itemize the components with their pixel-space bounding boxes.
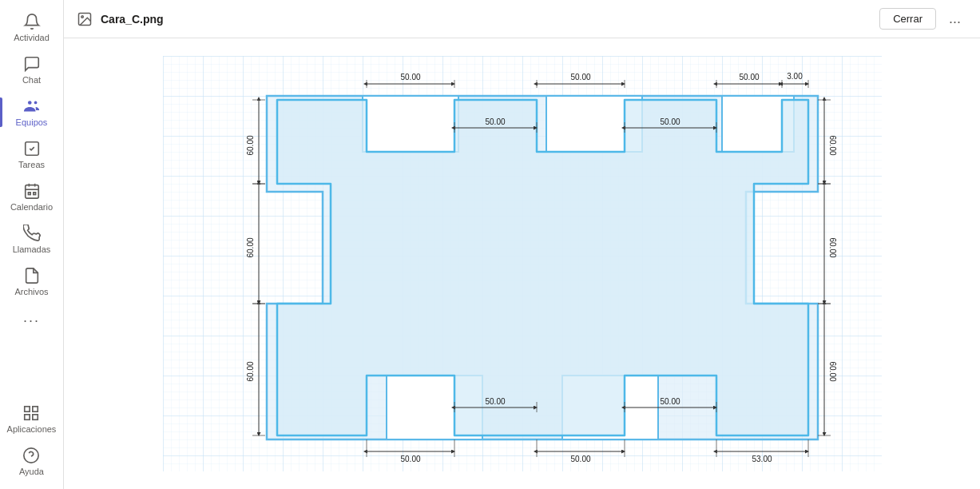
dim-right-60-top: 60.00	[828, 135, 837, 155]
svg-rect-8	[33, 193, 35, 195]
sidebar-item-archivos[interactable]: Archivos	[0, 260, 63, 303]
files-icon	[23, 267, 41, 284]
sidebar-item-llamadas[interactable]: Llamadas	[0, 218, 63, 260]
topbar: Cara_C.png Cerrar ...	[64, 0, 980, 38]
svg-point-13	[24, 448, 38, 463]
drawing-area: .dim-text { font-size: 11px; font-family…	[64, 38, 980, 489]
dim-top-50-1: 50.00	[400, 73, 420, 82]
sidebar-label-ayuda: Ayuda	[19, 467, 44, 476]
file-title: Cara_C.png	[101, 13, 879, 26]
grid-container: .dim-text { font-size: 11px; font-family…	[163, 56, 882, 471]
sidebar-more[interactable]: ...	[0, 303, 63, 332]
dim-left-60-bot: 60.00	[246, 361, 255, 381]
dim-right-60-mid: 60.00	[828, 237, 837, 257]
dim-mid-50-2: 50.00	[660, 117, 680, 126]
main-content: Cara_C.png Cerrar ...	[64, 0, 980, 489]
sidebar-item-calendario[interactable]: Calendario	[0, 176, 63, 218]
sidebar-label-actividad: Actividad	[14, 33, 50, 42]
calls-icon	[23, 225, 41, 242]
sidebar-item-ayuda[interactable]: Ayuda	[4, 440, 60, 483]
apps-icon	[22, 404, 40, 422]
dim-bot-mid-50-2: 50.00	[660, 397, 680, 406]
chat-icon	[23, 55, 41, 73]
image-file-icon	[77, 11, 93, 27]
dim-bot-50-2: 50.00	[570, 455, 590, 463]
dim-top-3: 3.00	[787, 72, 803, 81]
svg-rect-9	[25, 407, 30, 411]
dim-left-60-mid: 60.00	[246, 237, 255, 257]
sidebar-item-aplicaciones[interactable]: Aplicaciones	[4, 398, 60, 440]
sidebar-label-calendario: Calendario	[10, 202, 53, 212]
sidebar-item-chat[interactable]: Chat	[0, 49, 63, 91]
sidebar-label-aplicaciones: Aplicaciones	[7, 424, 57, 434]
svg-rect-10	[33, 407, 38, 411]
sidebar-label-tareas: Tareas	[18, 160, 45, 169]
topbar-actions: Cerrar ...	[879, 7, 967, 30]
teams-icon	[23, 97, 41, 115]
dim-right-60-bot: 60.00	[828, 361, 837, 381]
help-icon	[22, 447, 40, 464]
sidebar-item-equipos[interactable]: Equipos	[0, 91, 63, 133]
calendar-icon	[23, 182, 41, 200]
sidebar-label-chat: Chat	[22, 75, 41, 85]
cad-overlay: 50.00 50.00 50.00 3.00	[163, 56, 882, 471]
svg-point-16	[81, 15, 84, 17]
sidebar-item-actividad[interactable]: Actividad	[0, 6, 63, 49]
svg-point-0	[27, 101, 31, 105]
sidebar-bottom: Aplicaciones Ayuda	[4, 398, 60, 483]
dim-top-50-3: 50.00	[739, 73, 759, 82]
sidebar-label-archivos: Archivos	[14, 287, 48, 296]
sidebar-label-llamadas: Llamadas	[13, 245, 51, 254]
dim-bot-50-1: 50.00	[400, 455, 420, 463]
svg-point-1	[34, 101, 37, 105]
svg-rect-7	[28, 193, 30, 195]
dim-bot-53: 53.00	[752, 455, 772, 463]
sidebar-item-tareas[interactable]: Tareas	[0, 133, 63, 176]
svg-rect-11	[25, 415, 30, 419]
dim-left-60-top: 60.00	[246, 135, 255, 155]
svg-rect-12	[33, 415, 38, 419]
more-options-button[interactable]: ...	[942, 7, 967, 30]
tasks-icon	[23, 140, 41, 157]
sidebar: Actividad Chat Equipos Tareas	[0, 0, 64, 489]
dim-bot-mid-50-1: 50.00	[485, 397, 505, 406]
dim-top-50-2: 50.00	[570, 73, 590, 82]
dim-mid-50-1: 50.00	[485, 117, 505, 126]
close-button[interactable]: Cerrar	[879, 8, 936, 30]
bell-icon	[23, 13, 41, 30]
svg-rect-3	[25, 185, 38, 199]
sidebar-label-equipos: Equipos	[16, 117, 48, 127]
